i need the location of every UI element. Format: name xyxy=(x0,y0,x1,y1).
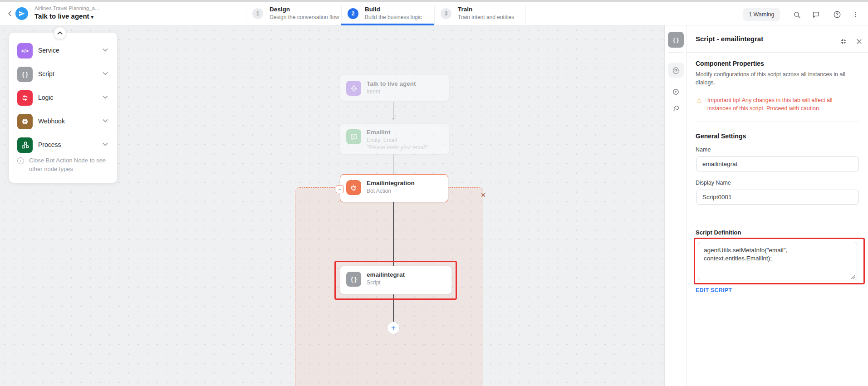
node-title: Emailint xyxy=(367,129,391,136)
important-tip-text: Important tip! Any changes in this tab w… xyxy=(707,96,857,112)
general-settings-title: General Settings xyxy=(696,132,746,140)
intent-selector-label: Talk to live agent xyxy=(34,12,89,20)
add-node-button[interactable]: + xyxy=(387,322,400,334)
intent-selector[interactable]: Talk to live agent▾ xyxy=(34,12,93,20)
tab-design-label: Design xyxy=(270,6,290,13)
connector-line xyxy=(393,102,394,118)
warnings-badge[interactable]: 1 Warning xyxy=(743,8,780,21)
connector-line xyxy=(393,202,394,266)
edit-script-link[interactable]: EDIT SCRIPT xyxy=(696,287,732,293)
info-icon: i xyxy=(17,157,24,164)
node-prompt-text: "Please enter your email" xyxy=(367,144,428,151)
chevron-down-icon xyxy=(103,72,108,75)
tab-design-desc: Design the conversation flow xyxy=(270,14,339,20)
tab-train-desc: Train intent and entities xyxy=(458,14,514,20)
tab-divider xyxy=(246,5,246,25)
palette-item-label: Script xyxy=(38,70,54,78)
component-properties-desc: Modify configurations of this script acr… xyxy=(696,70,861,87)
tab-train-step: 3 xyxy=(441,8,451,19)
script-definition-label: Script Definition xyxy=(696,229,741,236)
chevron-down-icon xyxy=(103,48,108,52)
chevron-down-icon xyxy=(103,142,108,146)
node-intent[interactable]: Talk to live agent Intent xyxy=(340,75,449,101)
chevron-down-icon xyxy=(103,119,108,122)
service-icon: </> xyxy=(17,43,33,59)
node-title: Talk to live agent xyxy=(367,80,416,87)
rail-divider xyxy=(668,52,684,53)
node-subtitle: Intent xyxy=(367,88,380,95)
close-bot-action-icon[interactable]: × xyxy=(478,190,488,200)
display-name-label: Display Name xyxy=(696,180,731,186)
instance-properties-tab[interactable] xyxy=(668,87,684,97)
node-palette: </> Service { } Script Logic Webhook xyxy=(9,33,117,183)
palette-item-process[interactable]: Process xyxy=(9,133,117,157)
script-icon: { } xyxy=(17,67,33,82)
palette-item-logic[interactable]: Logic xyxy=(9,86,117,110)
tab-divider xyxy=(341,5,342,25)
node-bot-action[interactable]: Emailintegration Bot Action xyxy=(340,174,448,202)
bot-action-icon xyxy=(346,180,361,195)
back-button[interactable] xyxy=(5,8,15,19)
tab-design-step: 1 xyxy=(252,8,263,19)
palette-item-script[interactable]: { } Script xyxy=(9,63,117,86)
resize-handle[interactable] xyxy=(850,274,855,279)
tab-design[interactable]: 1 Design Design the conversation flow xyxy=(252,2,338,25)
palette-item-label: Service xyxy=(38,47,59,54)
flow-canvas[interactable]: × </> Service { } Script Logic Webhook xyxy=(0,25,664,386)
entity-icon xyxy=(346,129,361,144)
tab-build[interactable]: 2 Build Build the business logic xyxy=(348,2,432,25)
section-divider xyxy=(696,122,859,122)
tab-build-step: 2 xyxy=(348,8,358,19)
palette-item-label: Process xyxy=(38,141,61,148)
name-label: Name xyxy=(696,147,711,153)
panel-divider xyxy=(687,52,868,53)
logic-icon xyxy=(17,90,33,106)
node-title: Emailintegration xyxy=(367,180,415,186)
palette-item-label: Webhook xyxy=(38,117,65,125)
component-properties-tab[interactable] xyxy=(668,63,684,78)
app-title: Airlines Travel Planning_a... xyxy=(34,5,99,11)
kebab-menu-icon[interactable] xyxy=(851,10,860,19)
component-properties-title: Component Properties xyxy=(696,60,764,67)
script-node-highlight xyxy=(334,261,457,300)
palette-info-text: Close Bot Action Node to see other node … xyxy=(29,156,110,173)
warnings-badge-label: 1 Warning xyxy=(749,11,775,18)
comment-icon[interactable] xyxy=(811,10,820,19)
panel-side-rail: { } xyxy=(664,25,687,386)
tab-build-desc: Build the business logic xyxy=(365,14,422,20)
help-icon[interactable] xyxy=(833,10,842,19)
script-properties-panel: Script - emailintegrat Component Propert… xyxy=(687,25,868,386)
bot-logo-icon xyxy=(15,7,28,20)
connections-tab[interactable] xyxy=(668,103,684,113)
name-field[interactable] xyxy=(696,156,859,171)
intent-icon xyxy=(346,81,361,96)
palette-item-webhook[interactable]: Webhook xyxy=(9,110,117,133)
search-icon[interactable] xyxy=(792,10,801,19)
close-panel-icon[interactable] xyxy=(855,37,863,45)
chevron-down-icon: ▾ xyxy=(91,14,94,20)
node-entity[interactable]: Emailint Entity: Email "Please enter you… xyxy=(340,123,449,154)
node-subtitle: Bot Action xyxy=(367,188,391,194)
display-name-field[interactable] xyxy=(696,190,859,205)
script-icon: { } xyxy=(668,32,684,48)
palette-item-service[interactable]: </> Service xyxy=(9,39,117,63)
collapse-panel-icon[interactable] xyxy=(839,37,847,45)
node-subtitle: Entity: Email xyxy=(367,137,397,143)
tab-train-label: Train xyxy=(458,6,472,13)
process-icon xyxy=(17,137,33,153)
warning-triangle-icon: ⚠ xyxy=(696,97,702,104)
palette-item-label: Logic xyxy=(38,94,53,101)
connector-arrowhead xyxy=(392,118,395,121)
tab-divider xyxy=(525,5,526,25)
panel-title: Script - emailintegrat xyxy=(696,35,763,43)
webhook-icon xyxy=(17,114,33,129)
script-definition-field[interactable]: agentUtils.setMetaInfo("email", context.… xyxy=(698,242,857,280)
chevron-down-icon xyxy=(103,95,108,99)
connector-line xyxy=(393,154,394,174)
tab-build-label: Build xyxy=(365,6,380,13)
tab-train[interactable]: 3 Train Train intent and entities xyxy=(441,2,523,25)
palette-collapse-button[interactable] xyxy=(54,27,66,39)
app-header: Airlines Travel Planning_a... Talk to li… xyxy=(0,2,868,25)
collapse-bot-action-button[interactable]: − xyxy=(336,186,343,193)
tab-divider xyxy=(434,5,435,25)
